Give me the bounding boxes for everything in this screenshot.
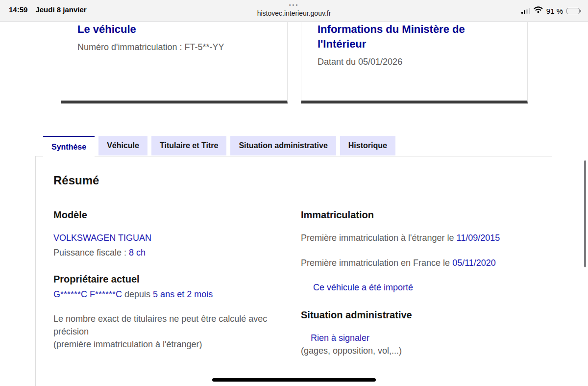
home-indicator[interactable] [212, 378, 376, 382]
ministry-card-title: Informations du Ministère de l'Intérieur [318, 22, 511, 51]
owner-line: G******C F******C depuis 5 ans et 2 mois [53, 288, 301, 301]
owner-note: Le nombre exact de titulaires ne peut êt… [53, 312, 284, 351]
tab-titulaire-et-titre[interactable]: Titulaire et Titre [151, 136, 226, 155]
tab-vehicule[interactable]: Véhicule [98, 136, 147, 155]
model-heading: Modèle [53, 209, 301, 221]
owner-heading: Propriétaire actuel [53, 273, 301, 285]
wifi-icon [534, 6, 543, 15]
owner-name: G******C F******C [53, 289, 122, 299]
first-foreign-label: Première immatriculation à l'étranger le [301, 233, 457, 243]
admin-status-text: Rien à signaler [311, 332, 534, 344]
admin-status-block: Rien à signaler (gages, opposition, vol,… [301, 332, 534, 357]
tab-synthese[interactable]: Synthèse [43, 136, 95, 157]
vehicle-card-title: Le véhicule [77, 22, 271, 37]
model-name: VOLKSWAGEN TIGUAN [53, 232, 301, 244]
admin-status-heading: Situation administrative [301, 309, 534, 321]
fiscal-power-label: Puissance fiscale : [53, 248, 129, 257]
tab-historique[interactable]: Historique [340, 136, 395, 155]
registration-heading: Immatriculation [301, 209, 534, 221]
summary-right-column: Immatriculation Première immatriculation… [301, 209, 534, 357]
fiscal-power-value: 8 ch [129, 248, 146, 257]
first-foreign-registration-line: Première immatriculation à l'étranger le… [301, 232, 534, 244]
owner-note-line1: Le nombre exact de titulaires ne peut êt… [53, 312, 284, 338]
owner-since-value: 5 ans et 2 mois [153, 289, 213, 299]
battery-percent-label: 91 % [546, 7, 563, 15]
synthese-panel: Résumé Modèle VOLKSWAGEN TIGUAN Puissanc… [35, 156, 552, 386]
cellular-signal-icon [521, 8, 530, 14]
scrollbar-thumb[interactable] [584, 160, 586, 267]
first-france-label: Première immatriculation en France le [301, 258, 452, 268]
owner-since-label: depuis [122, 289, 153, 299]
first-france-registration-line: Première immatriculation en France le 05… [301, 257, 534, 269]
vehicle-card: Le véhicule Numéro d'immatriculation : F… [61, 22, 288, 103]
fiscal-power-line: Puissance fiscale : 8 ch [53, 246, 301, 259]
summary-left-column: Modèle VOLKSWAGEN TIGUAN Puissance fisca… [53, 209, 301, 357]
owner-note-line2: (première immatriculation à l'étranger) [53, 338, 284, 351]
tab-bar: Synthèse Véhicule Titulaire et Titre Sit… [43, 136, 395, 157]
admin-status-note: (gages, opposition, vol,...) [301, 344, 534, 357]
first-foreign-date: 11/09/2015 [457, 233, 500, 243]
ministry-card: Informations du Ministère de l'Intérieur… [301, 22, 528, 103]
report-date-text: Datant du 05/01/2026 [318, 57, 511, 67]
panel-title: Résumé [53, 174, 534, 187]
browser-menu-dots-icon[interactable]: ••• [0, 2, 588, 7]
tab-situation-administrative[interactable]: Situation administrative [230, 136, 336, 155]
imported-note: Ce véhicule a été importé [301, 281, 534, 294]
address-bar[interactable]: histovec.interieur.gouv.fr [0, 9, 588, 17]
battery-icon [566, 8, 581, 14]
registration-number-text: Numéro d'immatriculation : FT-5**-YY [77, 42, 271, 52]
status-bar: 14:59 Jeudi 8 janvier ••• histovec.inter… [0, 0, 588, 22]
first-france-date: 05/11/2020 [452, 258, 496, 268]
